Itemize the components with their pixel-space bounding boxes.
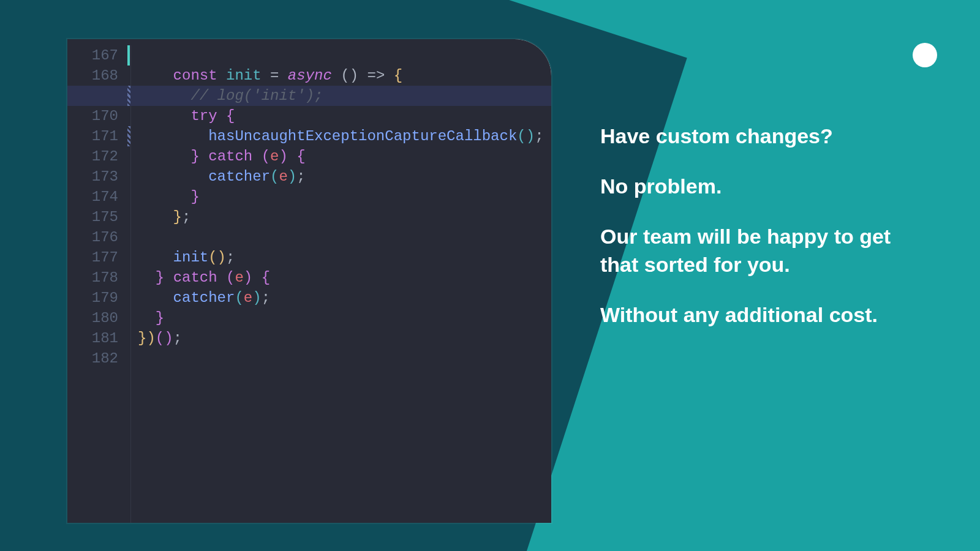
code-content: // log('init'); (126, 86, 323, 106)
line-number: 168 (67, 66, 126, 86)
line-number: 172 (67, 146, 126, 167)
line-number: 179 (67, 288, 126, 308)
code-line[interactable]: 174 } (67, 187, 551, 207)
line-number: 173 (67, 167, 126, 187)
code-line[interactable]: 182 (67, 348, 551, 369)
code-content: }; (126, 207, 190, 227)
line-number: 177 (67, 247, 126, 268)
code-content: catcher(e); (126, 288, 270, 308)
code-line[interactable]: 172 } catch (e) { (67, 146, 551, 167)
code-content: } (126, 187, 200, 207)
line-number: 175 (67, 207, 126, 227)
slide: 167168 const init = async () => {169 // … (0, 0, 980, 551)
code-line[interactable]: 167 (67, 45, 551, 66)
copy-line-2: No problem. (600, 173, 919, 201)
code-content: hasUncaughtExceptionCaptureCallback(); (126, 126, 544, 146)
code-line[interactable]: 177 init(); (67, 247, 551, 268)
line-number: 174 (67, 187, 126, 207)
code-line[interactable]: 178 } catch (e) { (67, 268, 551, 288)
line-number: 176 (67, 227, 126, 247)
code-line[interactable]: 173 catcher(e); (67, 167, 551, 187)
code-line[interactable]: 168 const init = async () => { (67, 66, 551, 86)
line-number: 178 (67, 268, 126, 288)
line-number: 167 (67, 45, 126, 66)
code-content: try { (126, 106, 235, 126)
git-diff-marker (127, 86, 130, 106)
code-line[interactable]: 170 try { (67, 106, 551, 126)
code-line[interactable]: 179 catcher(e); (67, 288, 551, 308)
code-content: catcher(e); (126, 167, 306, 187)
code-content: } (126, 308, 164, 328)
code-line[interactable]: 171 hasUncaughtExceptionCaptureCallback(… (67, 126, 551, 146)
code-line[interactable]: 180 } (67, 308, 551, 328)
line-number: 171 (67, 126, 126, 146)
line-number: 169 (67, 86, 126, 106)
line-number: 181 (67, 328, 126, 348)
code-content: } catch (e) { (126, 268, 270, 288)
line-number: 170 (67, 106, 126, 126)
code-content: const init = async () => { (126, 66, 402, 86)
marketing-copy: Have custom changes? No problem. Our tea… (600, 122, 919, 351)
code-content: } catch (e) { (126, 146, 306, 167)
decorative-dot (913, 43, 937, 67)
copy-line-4: Without any additional cost. (600, 301, 919, 329)
code-line[interactable]: 169 // log('init'); (67, 86, 551, 106)
line-number: 182 (67, 348, 126, 369)
code-content: init(); (126, 247, 235, 268)
code-content: })(); (126, 328, 182, 348)
line-number: 180 (67, 308, 126, 328)
git-diff-marker (127, 126, 130, 146)
code-line[interactable]: 176 (67, 227, 551, 247)
code-editor[interactable]: 167168 const init = async () => {169 // … (67, 39, 551, 523)
code-line[interactable]: 175 }; (67, 207, 551, 227)
copy-line-3: Our team will be happy to get that sorte… (600, 223, 919, 279)
code-editor-panel: 167168 const init = async () => {169 // … (67, 39, 551, 523)
copy-line-1: Have custom changes? (600, 122, 919, 151)
code-line[interactable]: 181})(); (67, 328, 551, 348)
